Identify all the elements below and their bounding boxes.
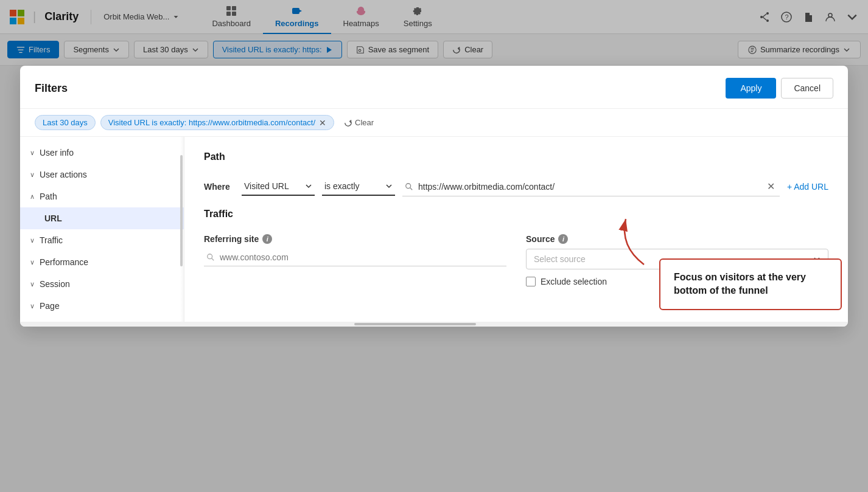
modal-overlay: Filters Apply Cancel Last 30 days Visite… bbox=[0, 0, 868, 66]
